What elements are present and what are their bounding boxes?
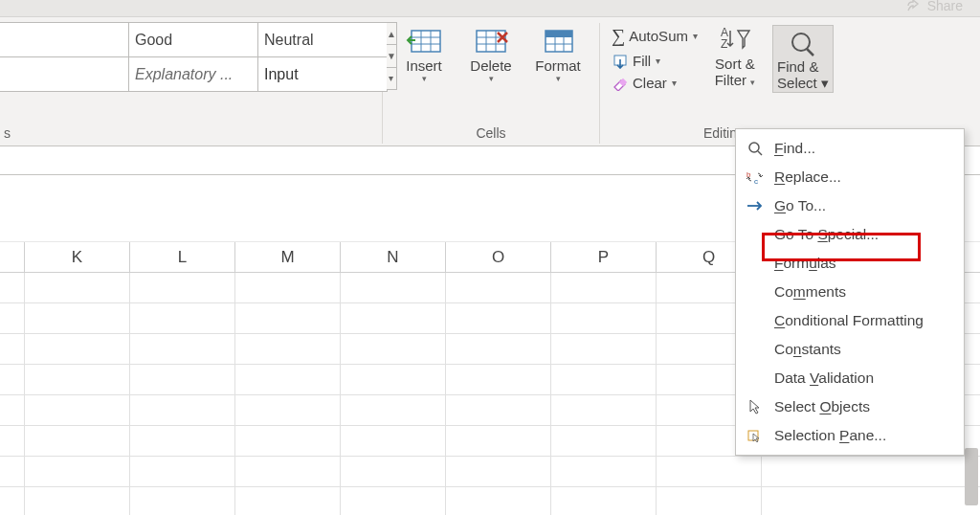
col-header[interactable]: P bbox=[551, 242, 657, 272]
col-header[interactable]: L bbox=[130, 242, 235, 272]
menu-goto-special[interactable]: Go To Special... bbox=[736, 220, 964, 249]
menu-replace[interactable]: bc Replace... bbox=[736, 163, 964, 191]
clear-dropdown-icon[interactable]: ▾ bbox=[672, 78, 677, 88]
share-label: Share bbox=[927, 0, 963, 13]
find-icon bbox=[746, 140, 765, 157]
menu-constants[interactable]: Constants bbox=[736, 335, 964, 364]
selection-pane-icon bbox=[746, 427, 765, 444]
vertical-scrollbar[interactable] bbox=[965, 448, 978, 505]
editing-group: ∑ AutoSum ▾ Fill ▾ bbox=[600, 23, 841, 144]
style-good[interactable]: Good bbox=[128, 22, 258, 57]
sort-filter-icon: A Z bbox=[719, 25, 751, 54]
find-select-menu: Find... bc Replace... Go To... Go To Spe… bbox=[735, 128, 965, 456]
delete-icon bbox=[473, 27, 509, 56]
style-bad[interactable] bbox=[0, 22, 129, 57]
delete-button[interactable]: Delete ▾ bbox=[463, 25, 519, 83]
col-header[interactable]: O bbox=[446, 242, 551, 272]
svg-text:c: c bbox=[754, 177, 758, 185]
clear-icon bbox=[612, 76, 629, 91]
col-header[interactable]: K bbox=[25, 242, 130, 272]
svg-rect-5 bbox=[477, 31, 505, 52]
format-icon bbox=[540, 27, 576, 56]
fill-button[interactable]: Fill ▾ bbox=[612, 53, 698, 69]
insert-dropdown-icon[interactable]: ▾ bbox=[422, 74, 427, 83]
cursor-icon bbox=[746, 398, 765, 415]
svg-line-22 bbox=[758, 151, 762, 155]
menu-find[interactable]: Find... bbox=[736, 134, 964, 163]
blank-icon bbox=[746, 226, 765, 243]
share-button[interactable]: Share bbox=[907, 0, 963, 13]
title-bar: Share bbox=[0, 0, 980, 17]
cells-group-label: Cells bbox=[390, 123, 591, 141]
svg-line-20 bbox=[807, 49, 813, 56]
format-button[interactable]: Format ▾ bbox=[530, 25, 586, 83]
svg-point-21 bbox=[749, 143, 759, 152]
clear-button[interactable]: Clear ▾ bbox=[612, 75, 698, 91]
style-explanatory[interactable]: Explanatory ... bbox=[128, 56, 258, 92]
menu-data-validation[interactable]: Data Validation bbox=[736, 364, 964, 392]
format-dropdown-icon[interactable]: ▾ bbox=[556, 74, 561, 83]
style-checkcell[interactable]: ell bbox=[0, 56, 129, 92]
autosum-dropdown-icon[interactable]: ▾ bbox=[693, 31, 698, 41]
autosum-label: AutoSum bbox=[629, 28, 688, 44]
svg-rect-0 bbox=[412, 31, 440, 52]
styles-group-label: s bbox=[0, 123, 382, 141]
menu-goto[interactable]: Go To... bbox=[736, 191, 964, 220]
menu-conditional-formatting[interactable]: Conditional Formatting bbox=[736, 306, 964, 335]
fill-label: Fill bbox=[633, 53, 651, 69]
fill-icon bbox=[612, 54, 629, 69]
col-header[interactable]: M bbox=[235, 242, 341, 272]
styles-gallery[interactable]: Good Neutral ell Explanatory ... Input bbox=[0, 23, 388, 92]
find-select-button[interactable]: Find &Select ▾ bbox=[772, 25, 834, 93]
svg-rect-11 bbox=[546, 31, 572, 37]
find-select-icon bbox=[788, 30, 818, 58]
style-neutral[interactable]: Neutral bbox=[257, 22, 388, 57]
menu-select-objects[interactable]: Select Objects bbox=[736, 392, 964, 421]
ribbon: Good Neutral ell Explanatory ... Input ▲… bbox=[0, 17, 980, 146]
sort-filter-button[interactable]: A Z Sort &Filter ▾ bbox=[707, 25, 763, 89]
clear-label: Clear bbox=[633, 75, 667, 91]
cells-group: Insert ▾ Delete ▾ bbox=[383, 23, 600, 144]
menu-selection-pane[interactable]: Selection Pane... bbox=[736, 421, 964, 450]
svg-point-19 bbox=[792, 34, 810, 51]
delete-dropdown-icon[interactable]: ▾ bbox=[489, 74, 494, 83]
delete-label: Delete bbox=[470, 57, 511, 74]
format-label: Format bbox=[535, 57, 581, 74]
insert-label: Insert bbox=[406, 57, 442, 74]
autosum-button[interactable]: ∑ AutoSum ▾ bbox=[612, 25, 698, 47]
col-header[interactable]: N bbox=[341, 242, 446, 272]
insert-icon bbox=[406, 27, 442, 56]
style-input[interactable]: Input bbox=[257, 56, 388, 92]
replace-icon: bc bbox=[746, 168, 765, 186]
styles-group: Good Neutral ell Explanatory ... Input ▲… bbox=[0, 23, 383, 144]
share-icon bbox=[907, 0, 923, 12]
menu-formulas[interactable]: Formulas bbox=[736, 249, 964, 278]
goto-icon bbox=[746, 197, 765, 214]
svg-text:Z: Z bbox=[721, 37, 727, 51]
fill-dropdown-icon[interactable]: ▾ bbox=[656, 56, 660, 66]
menu-comments[interactable]: Comments bbox=[736, 278, 964, 306]
insert-button[interactable]: Insert ▾ bbox=[396, 25, 452, 83]
